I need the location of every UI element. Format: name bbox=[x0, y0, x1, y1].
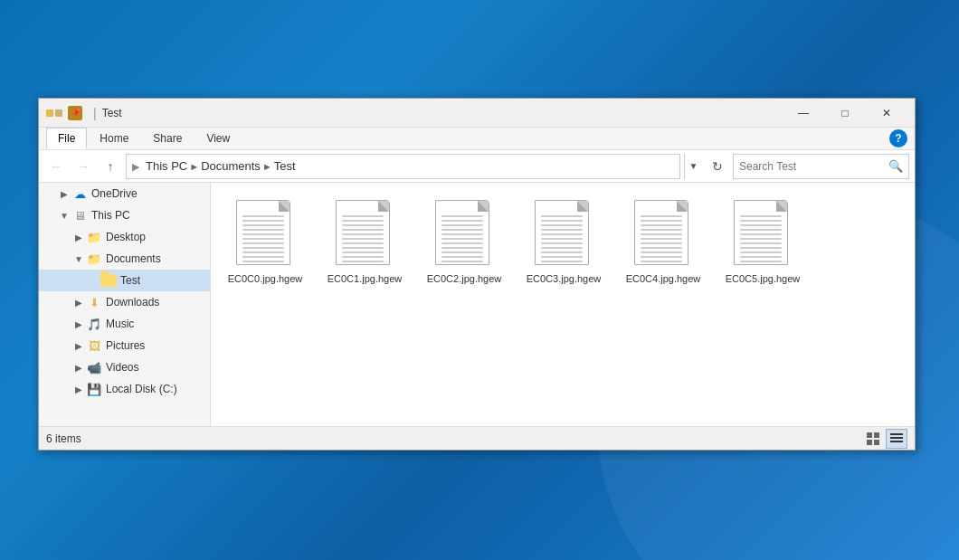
svg-rect-5 bbox=[890, 437, 903, 439]
sidebar-item-onedrive[interactable]: ▶ ☁ OneDrive bbox=[39, 183, 210, 204]
back-button[interactable]: ← bbox=[44, 155, 68, 178]
sidebar-item-desktop[interactable]: ▶ 📁 Desktop bbox=[39, 226, 210, 248]
address-bar: ← → ↑ ▶ This PC ► Documents ► Test ▼ ↻ 🔍 bbox=[39, 150, 915, 183]
title-bar: 📌 | Test — □ ✕ bbox=[39, 99, 915, 128]
file-page-2 bbox=[435, 200, 489, 265]
path-segment-documents[interactable]: Documents bbox=[201, 159, 261, 173]
videos-icon: 📹 bbox=[86, 359, 102, 375]
file-lines-0 bbox=[242, 215, 284, 265]
small-icon bbox=[890, 432, 903, 445]
sidebar-item-thispc[interactable]: ▼ 🖥 This PC bbox=[39, 204, 210, 226]
tab-view[interactable]: View bbox=[195, 128, 242, 149]
expand-arrow-pictures: ▶ bbox=[71, 338, 86, 353]
expand-arrow-documents: ▼ bbox=[71, 252, 86, 266]
onedrive-icon: ☁ bbox=[71, 185, 88, 202]
ribbon: File Home Share View ? bbox=[39, 128, 915, 150]
search-box[interactable]: 🔍 bbox=[733, 154, 909, 179]
expand-arrow-downloads: ▶ bbox=[71, 295, 86, 309]
file-lines-3 bbox=[541, 215, 583, 265]
search-icon[interactable]: 🔍 bbox=[888, 159, 903, 173]
tab-home[interactable]: Home bbox=[88, 128, 140, 149]
file-name-3: EC0C3.jpg.hgew bbox=[527, 272, 602, 285]
file-item-3[interactable]: EC0C3.jpg.hgew bbox=[518, 192, 609, 293]
close-button[interactable]: ✕ bbox=[866, 99, 907, 128]
status-bar: 6 items bbox=[39, 426, 915, 450]
sidebar-label-test: Test bbox=[120, 274, 140, 287]
expand-arrow-localdisk: ▶ bbox=[71, 382, 86, 396]
file-icon-3 bbox=[535, 200, 593, 269]
title-bar-icon bbox=[46, 106, 64, 120]
file-name-0: EC0C0.jpg.hgew bbox=[228, 272, 303, 285]
sidebar-label-documents: Documents bbox=[106, 252, 161, 265]
expand-arrow-onedrive: ▶ bbox=[57, 186, 71, 201]
ribbon-tabs: File Home Share View ? bbox=[39, 128, 915, 149]
content-area: EC0C0.jpg.hgew bbox=[211, 183, 915, 426]
desktop-icon: 📁 bbox=[86, 229, 102, 245]
sidebar-item-documents[interactable]: ▼ 📁 Documents bbox=[39, 248, 210, 270]
maximize-button[interactable]: □ bbox=[824, 99, 866, 128]
svg-rect-1 bbox=[874, 432, 879, 438]
sidebar-item-localdisk[interactable]: ▶ 💾 Local Disk (C:) bbox=[39, 378, 210, 400]
svg-rect-3 bbox=[874, 440, 879, 445]
file-name-5: EC0C5.jpg.hgew bbox=[726, 272, 801, 285]
view-small-button[interactable] bbox=[886, 429, 907, 449]
file-page-5 bbox=[734, 200, 788, 265]
sidebar-item-pictures[interactable]: ▶ 🖼 Pictures bbox=[39, 335, 210, 356]
music-icon: 🎵 bbox=[86, 316, 102, 332]
pictures-icon: 🖼 bbox=[86, 337, 102, 354]
sidebar-label-thispc: This PC bbox=[91, 209, 130, 222]
help-button[interactable]: ? bbox=[889, 129, 907, 147]
title-separator: | bbox=[93, 106, 97, 120]
path-segment-test[interactable]: Test bbox=[274, 159, 296, 173]
documents-icon: 📁 bbox=[86, 251, 102, 267]
file-item-5[interactable]: EC0C5.jpg.hgew bbox=[717, 192, 808, 293]
window-title: Test bbox=[102, 107, 783, 119]
sidebar-label-videos: Videos bbox=[106, 361, 138, 374]
expand-arrow-music: ▶ bbox=[71, 317, 86, 331]
sidebar-item-test[interactable]: ▶ Test bbox=[39, 270, 210, 291]
up-button[interactable]: ↑ bbox=[99, 155, 122, 178]
item-count: 6 items bbox=[46, 432, 81, 445]
file-page-3 bbox=[535, 200, 589, 265]
sidebar-scroll[interactable]: ▶ ☁ OneDrive ▼ 🖥 This PC ▶ 📁 Desktop bbox=[39, 183, 210, 426]
file-item-4[interactable]: EC0C4.jpg.hgew bbox=[618, 192, 708, 293]
large-icon bbox=[867, 432, 879, 445]
file-lines-4 bbox=[641, 215, 682, 265]
tab-file[interactable]: File bbox=[46, 128, 87, 149]
sidebar-label-music: Music bbox=[106, 318, 134, 330]
file-item-0[interactable]: EC0C0.jpg.hgew bbox=[220, 192, 310, 293]
search-input[interactable] bbox=[739, 160, 888, 173]
address-dropdown-button[interactable]: ▼ bbox=[684, 154, 702, 179]
refresh-button[interactable]: ↻ bbox=[706, 155, 729, 178]
file-icon-2 bbox=[435, 200, 493, 269]
sidebar-label-pictures: Pictures bbox=[106, 339, 145, 352]
sidebar-item-downloads[interactable]: ▶ ⬇ Downloads bbox=[39, 291, 210, 313]
quick-access-pin: 📌 bbox=[68, 106, 82, 120]
file-item-2[interactable]: EC0C2.jpg.hgew bbox=[419, 192, 509, 293]
file-name-2: EC0C2.jpg.hgew bbox=[427, 272, 502, 285]
window-controls: — □ ✕ bbox=[783, 99, 907, 128]
svg-rect-2 bbox=[867, 440, 872, 445]
file-icon-4 bbox=[634, 200, 692, 269]
tab-share[interactable]: Share bbox=[141, 128, 194, 149]
expand-arrow-videos: ▶ bbox=[71, 360, 86, 375]
forward-button[interactable]: → bbox=[71, 155, 95, 178]
minimize-button[interactable]: — bbox=[783, 99, 824, 128]
svg-rect-4 bbox=[890, 433, 903, 435]
file-page-0 bbox=[236, 200, 290, 265]
files-grid[interactable]: EC0C0.jpg.hgew bbox=[211, 183, 915, 426]
expand-arrow-thispc: ▼ bbox=[57, 208, 71, 223]
sidebar-item-music[interactable]: ▶ 🎵 Music bbox=[39, 313, 210, 335]
file-icon-0 bbox=[236, 200, 294, 269]
folder-icon-small bbox=[46, 109, 53, 117]
path-segment-thispc[interactable]: ▶ This PC bbox=[132, 159, 187, 173]
localdisk-icon: 💾 bbox=[86, 381, 102, 397]
address-path[interactable]: ▶ This PC ► Documents ► Test bbox=[126, 154, 680, 179]
svg-rect-6 bbox=[890, 441, 903, 442]
view-toggle bbox=[862, 429, 907, 449]
view-large-button[interactable] bbox=[862, 429, 884, 449]
sidebar-item-videos[interactable]: ▶ 📹 Videos bbox=[39, 356, 210, 378]
svg-rect-0 bbox=[867, 432, 872, 438]
file-page-1 bbox=[336, 200, 390, 265]
file-item-1[interactable]: EC0C1.jpg.hgew bbox=[319, 192, 410, 293]
